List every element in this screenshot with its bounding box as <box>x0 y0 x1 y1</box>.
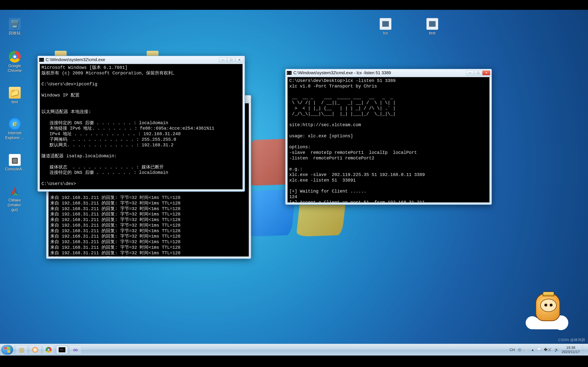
close-button[interactable]: ✕ <box>482 70 490 75</box>
window-title: C:\Windows\system32\cmd.exe <box>46 57 105 62</box>
desktop-icon-lcx[interactable]: lcx <box>376 18 395 35</box>
tray-language[interactable]: CH <box>510 348 515 352</box>
show-desktop-button[interactable] <box>583 345 586 354</box>
maximize-button[interactable]: ☐ <box>227 57 235 62</box>
cmd-icon: C:\ <box>39 58 44 62</box>
start-button[interactable] <box>1 345 13 355</box>
cmake-icon <box>9 185 21 197</box>
close-button[interactable]: ✕ <box>235 57 243 62</box>
desktop-icon-test-folder[interactable]: 📁 test <box>5 87 25 104</box>
taskbar-cmd[interactable]: C:\ <box>56 345 68 354</box>
desktop-icon-recycle-bin[interactable]: 🗑️ 回收站 <box>5 18 25 35</box>
tray-ime-icon[interactable]: ㊥ <box>518 347 521 352</box>
tray-action-center-icon[interactable]: 🏳️ <box>536 348 541 352</box>
desktop-icon-cmake[interactable]: CMake (cmake-gui) <box>5 185 25 212</box>
tray-help-icon[interactable]: ❔ <box>524 348 529 352</box>
taskbar-media-player[interactable] <box>29 345 41 354</box>
window-titlebar[interactable]: C:\ C:\Windows\system32\cmd.exe - lcx -l… <box>285 69 492 77</box>
icon-label: CMake (cmake-gui) <box>5 198 25 212</box>
watermark: CSDN @林鸿群 <box>558 337 585 342</box>
tray-volume-icon[interactable]: 🔊 <box>554 348 559 352</box>
maximize-button[interactable]: ☐ <box>474 70 482 75</box>
desktop-mascot[interactable] <box>526 284 568 329</box>
minimize-button[interactable]: — <box>219 57 227 62</box>
system-tray[interactable]: CH ㊥ ❔ ▴ 🏳️ �ズ 🔊 19:38 2023/11/17 <box>510 345 587 354</box>
cmd-window-ipconfig[interactable]: C:\ C:\Windows\system32\cmd.exe — ☐ ✕ Mi… <box>37 56 245 192</box>
recycle-bin-icon: 🗑️ <box>9 18 21 30</box>
icon-label: ConsoleA... <box>5 167 25 172</box>
taskbar-visualstudio[interactable]: ∞ <box>69 345 82 354</box>
folder-icon: 📁 <box>9 87 21 99</box>
terminal-output: Microsoft Windows [版本 6.1.7601] 版权所有 (c)… <box>40 64 243 189</box>
exe-icon <box>426 18 438 30</box>
icon-label: Internet Explorer ... <box>5 131 25 140</box>
minimize-button[interactable]: — <box>466 70 474 75</box>
terminal-output: C:\Users\dev\Desktop>lcx -listen 51 3389… <box>287 77 490 202</box>
desktop-icon-console[interactable]: ▧ ConsoleA... <box>5 154 25 172</box>
console-icon: ▧ <box>9 154 21 166</box>
icon-label: test <box>5 100 25 104</box>
tray-time: 19:38 <box>562 346 580 350</box>
tray-clock[interactable]: 19:38 2023/11/17 <box>562 346 580 354</box>
windows-logo-icon <box>4 347 10 353</box>
taskbar-explorer[interactable]: ▥ <box>15 345 28 354</box>
icon-label: test <box>423 31 442 35</box>
desktop-icon-test-exe[interactable]: test <box>423 18 442 35</box>
tray-chevron-icon[interactable]: ▴ <box>532 348 534 352</box>
icon-label: 回收站 <box>5 31 25 35</box>
window-title: C:\Windows\system32\cmd.exe - lcx -liste… <box>293 70 391 75</box>
tray-network-icon[interactable]: �ズ <box>544 347 551 352</box>
icon-label: Google Chrome <box>5 64 25 73</box>
window-titlebar[interactable]: C:\ C:\Windows\system32\cmd.exe — ☐ ✕ <box>38 56 245 64</box>
tray-date: 2023/11/17 <box>562 350 580 354</box>
ie-icon: e <box>9 118 21 130</box>
chrome-icon <box>9 51 21 63</box>
desktop-icon-ie[interactable]: e Internet Explorer ... <box>5 118 25 140</box>
exe-icon <box>380 18 391 30</box>
taskbar-chrome[interactable] <box>42 345 55 354</box>
desktop-icon-chrome[interactable]: Google Chrome <box>5 51 25 73</box>
taskbar[interactable]: ▥ C:\ ∞ CH ㊥ ❔ ▴ 🏳️ �ズ 🔊 19:38 2023/11/1… <box>0 344 588 356</box>
desktop[interactable]: 🗑️ 回收站 Google Chrome 📁 test e Internet E… <box>0 10 588 356</box>
icon-label: lcx <box>376 31 395 35</box>
cmd-window-lcx[interactable]: C:\ C:\Windows\system32\cmd.exe - lcx -l… <box>285 69 492 205</box>
cmd-icon: C:\ <box>287 71 292 75</box>
